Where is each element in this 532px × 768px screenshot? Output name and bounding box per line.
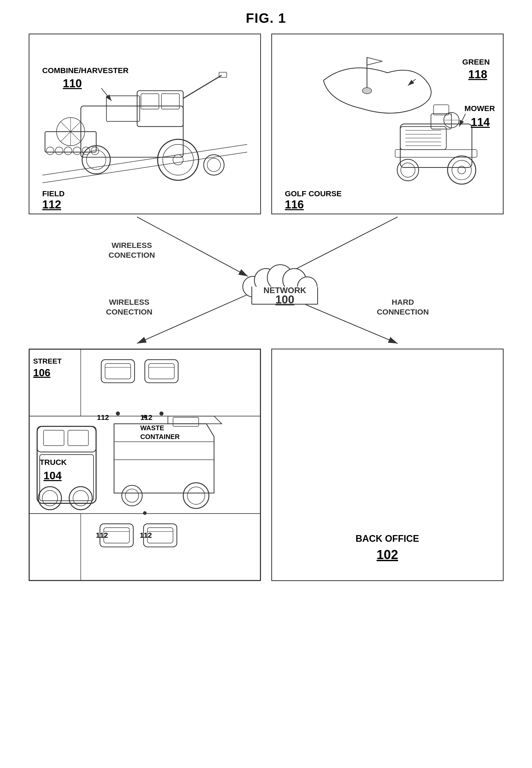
page-title: FIG. 1 (0, 0, 532, 34)
back-office-number: 102 (377, 547, 398, 562)
container-num-2: 112 (140, 414, 153, 422)
street-number: 106 (33, 367, 51, 378)
svg-line-1 (42, 152, 247, 183)
svg-point-97 (69, 487, 92, 510)
svg-rect-106 (29, 514, 81, 580)
svg-text:WIRELESS: WIRELESS (109, 298, 149, 306)
svg-point-104 (143, 511, 147, 515)
svg-point-30 (362, 88, 371, 94)
svg-rect-89 (43, 430, 64, 446)
svg-point-45 (452, 160, 471, 180)
svg-rect-5 (161, 94, 179, 109)
svg-rect-82 (148, 363, 174, 379)
field-number: 112 (42, 198, 61, 211)
back-office-label: BACK OFFICE (356, 533, 419, 544)
street-label: STREET (33, 357, 62, 365)
truck-label: TRUCK (40, 458, 67, 467)
svg-line-56 (282, 217, 398, 276)
green-number: 118 (468, 68, 487, 81)
svg-point-14 (55, 147, 63, 155)
svg-point-21 (173, 155, 183, 165)
svg-rect-78 (101, 360, 134, 383)
golf-box: GREEN 118 MOWER 114 GOLF COURSE 116 (271, 34, 504, 214)
svg-point-48 (401, 163, 415, 177)
truck-number: 104 (44, 470, 62, 482)
container-num-1: 112 (97, 414, 109, 422)
field-label: FIELD (42, 189, 65, 198)
svg-rect-79 (105, 363, 131, 379)
bottom-num-1: 112 (96, 531, 108, 540)
svg-text:100: 100 (275, 293, 294, 306)
svg-point-13 (46, 147, 54, 155)
svg-point-95 (38, 487, 61, 510)
course-label: GOLF COURSE (285, 189, 342, 198)
svg-rect-4 (141, 94, 159, 109)
combine-number: 110 (63, 77, 82, 90)
mower-number: 114 (471, 116, 490, 129)
svg-point-84 (116, 412, 120, 416)
svg-point-23 (86, 150, 106, 169)
svg-point-20 (163, 144, 193, 175)
svg-text:HARD: HARD (392, 298, 414, 306)
svg-point-85 (159, 412, 163, 416)
svg-text:WIRELESS: WIRELESS (112, 241, 152, 249)
svg-point-25 (207, 158, 220, 172)
combine-label: COMBINE/HARVESTER (42, 65, 129, 75)
svg-point-102 (187, 487, 205, 504)
mower-label: MOWER (464, 104, 495, 113)
svg-point-47 (397, 159, 418, 181)
field-box: COMBINE/HARVESTER 110 FIELD 112 (29, 34, 261, 214)
svg-point-99 (122, 485, 142, 506)
waste-label: WASTECONTAINER (140, 424, 180, 441)
network-area: WIRELESS CONECTION WIRELESS CONECTION HA… (21, 214, 511, 348)
course-number: 116 (285, 198, 304, 211)
svg-rect-3 (137, 91, 183, 126)
svg-line-51 (408, 79, 416, 86)
svg-rect-6 (106, 96, 140, 121)
svg-line-50 (459, 114, 465, 126)
svg-rect-105 (29, 514, 260, 580)
svg-text:CONECTION: CONECTION (109, 251, 155, 259)
svg-rect-90 (68, 430, 88, 446)
bottom-row: STREET 106 112 112 WASTECONTAINER TRUCK … (21, 348, 511, 581)
svg-text:CONECTION: CONECTION (106, 307, 153, 316)
svg-text:CONNECTION: CONNECTION (377, 307, 429, 316)
svg-point-16 (73, 147, 81, 155)
svg-line-0 (42, 144, 247, 175)
svg-point-24 (204, 155, 224, 175)
svg-line-26 (183, 75, 221, 98)
street-box: STREET 106 112 112 WASTECONTAINER TRUCK … (29, 348, 261, 581)
back-office-box: BACK OFFICE 102 (271, 348, 504, 581)
green-label: GREEN (462, 58, 490, 66)
svg-point-100 (125, 489, 139, 502)
svg-point-19 (157, 139, 198, 180)
svg-line-55 (137, 217, 248, 276)
svg-point-15 (64, 147, 72, 155)
svg-rect-81 (145, 360, 178, 383)
svg-line-57 (137, 294, 248, 343)
bottom-num-2: 112 (140, 531, 152, 540)
svg-rect-76 (29, 349, 260, 416)
